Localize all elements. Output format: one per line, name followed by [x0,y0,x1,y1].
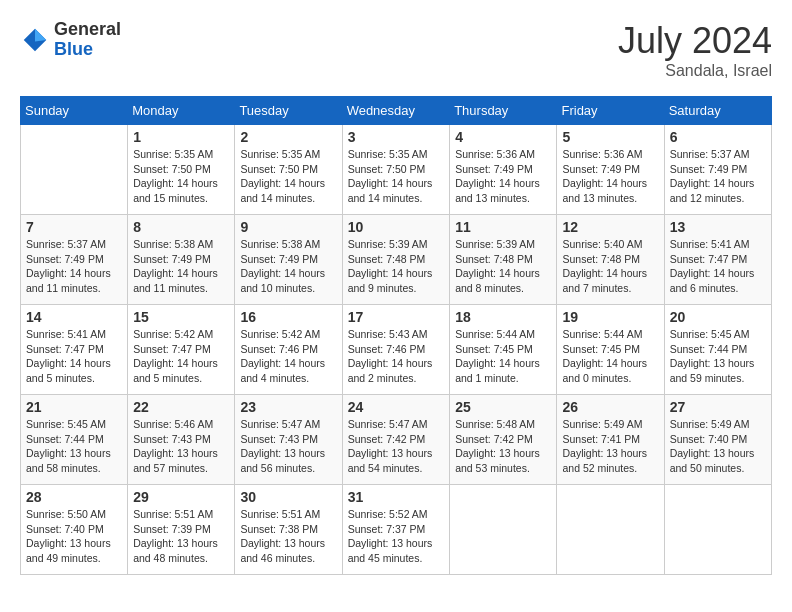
day-info: Sunrise: 5:47 AM Sunset: 7:43 PM Dayligh… [240,417,336,476]
day-info: Sunrise: 5:49 AM Sunset: 7:41 PM Dayligh… [562,417,658,476]
col-monday: Monday [128,97,235,125]
day-number: 15 [133,309,229,325]
calendar-cell: 24Sunrise: 5:47 AM Sunset: 7:42 PM Dayli… [342,395,450,485]
calendar-cell: 18Sunrise: 5:44 AM Sunset: 7:45 PM Dayli… [450,305,557,395]
calendar-cell: 16Sunrise: 5:42 AM Sunset: 7:46 PM Dayli… [235,305,342,395]
calendar-cell: 31Sunrise: 5:52 AM Sunset: 7:37 PM Dayli… [342,485,450,575]
calendar-cell: 23Sunrise: 5:47 AM Sunset: 7:43 PM Dayli… [235,395,342,485]
day-info: Sunrise: 5:42 AM Sunset: 7:46 PM Dayligh… [240,327,336,386]
day-info: Sunrise: 5:35 AM Sunset: 7:50 PM Dayligh… [133,147,229,206]
calendar-cell: 9Sunrise: 5:38 AM Sunset: 7:49 PM Daylig… [235,215,342,305]
calendar-header-row: Sunday Monday Tuesday Wednesday Thursday… [21,97,772,125]
page-header: General Blue July 2024 Sandala, Israel [20,20,772,80]
day-number: 6 [670,129,766,145]
col-wednesday: Wednesday [342,97,450,125]
day-info: Sunrise: 5:36 AM Sunset: 7:49 PM Dayligh… [455,147,551,206]
calendar-cell: 20Sunrise: 5:45 AM Sunset: 7:44 PM Dayli… [664,305,771,395]
calendar-cell: 13Sunrise: 5:41 AM Sunset: 7:47 PM Dayli… [664,215,771,305]
day-number: 11 [455,219,551,235]
calendar-week-2: 7Sunrise: 5:37 AM Sunset: 7:49 PM Daylig… [21,215,772,305]
calendar-cell: 6Sunrise: 5:37 AM Sunset: 7:49 PM Daylig… [664,125,771,215]
day-info: Sunrise: 5:50 AM Sunset: 7:40 PM Dayligh… [26,507,122,566]
day-number: 28 [26,489,122,505]
day-number: 21 [26,399,122,415]
day-number: 26 [562,399,658,415]
day-number: 16 [240,309,336,325]
col-thursday: Thursday [450,97,557,125]
calendar-week-3: 14Sunrise: 5:41 AM Sunset: 7:47 PM Dayli… [21,305,772,395]
day-number: 30 [240,489,336,505]
day-number: 29 [133,489,229,505]
day-info: Sunrise: 5:48 AM Sunset: 7:42 PM Dayligh… [455,417,551,476]
day-number: 13 [670,219,766,235]
calendar-cell: 29Sunrise: 5:51 AM Sunset: 7:39 PM Dayli… [128,485,235,575]
day-info: Sunrise: 5:38 AM Sunset: 7:49 PM Dayligh… [240,237,336,296]
day-info: Sunrise: 5:37 AM Sunset: 7:49 PM Dayligh… [26,237,122,296]
calendar-cell: 14Sunrise: 5:41 AM Sunset: 7:47 PM Dayli… [21,305,128,395]
calendar-cell: 10Sunrise: 5:39 AM Sunset: 7:48 PM Dayli… [342,215,450,305]
calendar-cell [450,485,557,575]
calendar-cell: 2Sunrise: 5:35 AM Sunset: 7:50 PM Daylig… [235,125,342,215]
calendar-cell: 25Sunrise: 5:48 AM Sunset: 7:42 PM Dayli… [450,395,557,485]
day-number: 17 [348,309,445,325]
day-info: Sunrise: 5:51 AM Sunset: 7:39 PM Dayligh… [133,507,229,566]
location-subtitle: Sandala, Israel [618,62,772,80]
calendar-cell: 12Sunrise: 5:40 AM Sunset: 7:48 PM Dayli… [557,215,664,305]
day-info: Sunrise: 5:44 AM Sunset: 7:45 PM Dayligh… [455,327,551,386]
day-info: Sunrise: 5:41 AM Sunset: 7:47 PM Dayligh… [670,237,766,296]
calendar-cell: 17Sunrise: 5:43 AM Sunset: 7:46 PM Dayli… [342,305,450,395]
day-info: Sunrise: 5:51 AM Sunset: 7:38 PM Dayligh… [240,507,336,566]
day-info: Sunrise: 5:41 AM Sunset: 7:47 PM Dayligh… [26,327,122,386]
col-saturday: Saturday [664,97,771,125]
month-title: July 2024 [618,20,772,62]
day-info: Sunrise: 5:39 AM Sunset: 7:48 PM Dayligh… [348,237,445,296]
svg-marker-1 [35,29,46,42]
day-info: Sunrise: 5:45 AM Sunset: 7:44 PM Dayligh… [26,417,122,476]
day-info: Sunrise: 5:45 AM Sunset: 7:44 PM Dayligh… [670,327,766,386]
calendar-cell: 5Sunrise: 5:36 AM Sunset: 7:49 PM Daylig… [557,125,664,215]
day-info: Sunrise: 5:49 AM Sunset: 7:40 PM Dayligh… [670,417,766,476]
day-number: 31 [348,489,445,505]
col-sunday: Sunday [21,97,128,125]
day-number: 9 [240,219,336,235]
day-info: Sunrise: 5:35 AM Sunset: 7:50 PM Dayligh… [348,147,445,206]
day-info: Sunrise: 5:40 AM Sunset: 7:48 PM Dayligh… [562,237,658,296]
day-number: 7 [26,219,122,235]
day-info: Sunrise: 5:39 AM Sunset: 7:48 PM Dayligh… [455,237,551,296]
calendar-cell [664,485,771,575]
day-number: 23 [240,399,336,415]
calendar-cell: 30Sunrise: 5:51 AM Sunset: 7:38 PM Dayli… [235,485,342,575]
calendar-week-5: 28Sunrise: 5:50 AM Sunset: 7:40 PM Dayli… [21,485,772,575]
calendar-week-4: 21Sunrise: 5:45 AM Sunset: 7:44 PM Dayli… [21,395,772,485]
day-number: 18 [455,309,551,325]
calendar-cell: 19Sunrise: 5:44 AM Sunset: 7:45 PM Dayli… [557,305,664,395]
day-info: Sunrise: 5:37 AM Sunset: 7:49 PM Dayligh… [670,147,766,206]
day-number: 20 [670,309,766,325]
calendar-cell: 22Sunrise: 5:46 AM Sunset: 7:43 PM Dayli… [128,395,235,485]
calendar-cell: 27Sunrise: 5:49 AM Sunset: 7:40 PM Dayli… [664,395,771,485]
day-number: 25 [455,399,551,415]
day-number: 8 [133,219,229,235]
day-number: 4 [455,129,551,145]
day-info: Sunrise: 5:36 AM Sunset: 7:49 PM Dayligh… [562,147,658,206]
logo: General Blue [20,20,121,60]
calendar-table: Sunday Monday Tuesday Wednesday Thursday… [20,96,772,575]
calendar-week-1: 1Sunrise: 5:35 AM Sunset: 7:50 PM Daylig… [21,125,772,215]
logo-icon [20,25,50,55]
logo-general-text: General [54,20,121,40]
day-number: 27 [670,399,766,415]
day-number: 5 [562,129,658,145]
day-number: 22 [133,399,229,415]
day-number: 2 [240,129,336,145]
day-info: Sunrise: 5:52 AM Sunset: 7:37 PM Dayligh… [348,507,445,566]
logo-blue-text: Blue [54,40,121,60]
day-number: 10 [348,219,445,235]
calendar-cell: 28Sunrise: 5:50 AM Sunset: 7:40 PM Dayli… [21,485,128,575]
calendar-cell: 7Sunrise: 5:37 AM Sunset: 7:49 PM Daylig… [21,215,128,305]
calendar-cell [557,485,664,575]
day-number: 19 [562,309,658,325]
day-number: 1 [133,129,229,145]
day-info: Sunrise: 5:46 AM Sunset: 7:43 PM Dayligh… [133,417,229,476]
calendar-cell: 11Sunrise: 5:39 AM Sunset: 7:48 PM Dayli… [450,215,557,305]
calendar-cell: 15Sunrise: 5:42 AM Sunset: 7:47 PM Dayli… [128,305,235,395]
